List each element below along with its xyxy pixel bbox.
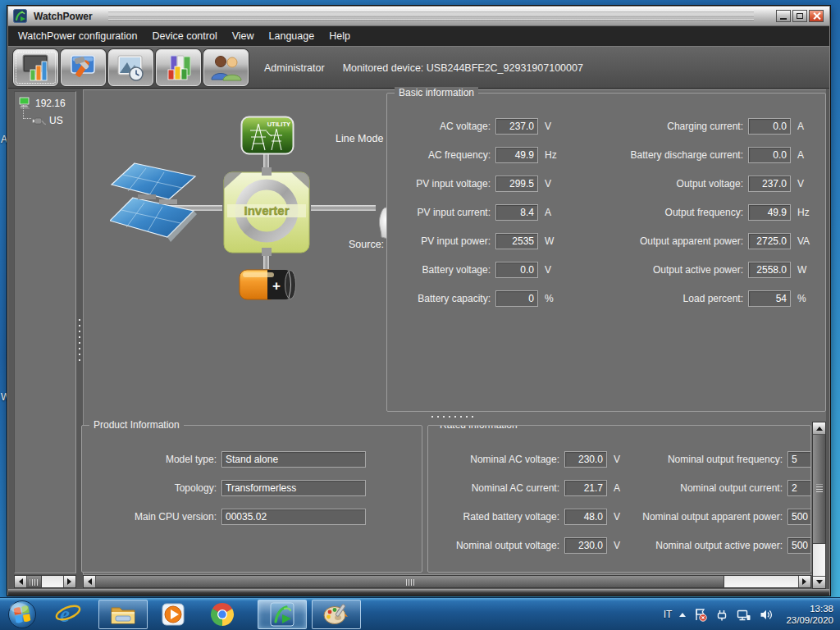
paint-icon xyxy=(322,602,350,627)
pv-input-current-value[interactable]: 8.4 xyxy=(495,204,538,221)
pv-input-voltage-value[interactable]: 299.5 xyxy=(495,176,538,192)
topology-value[interactable]: Transformerless xyxy=(221,480,366,496)
pipe-inverter-to-load xyxy=(310,204,377,212)
paint-button[interactable] xyxy=(312,600,361,629)
scrollbar-track[interactable] xyxy=(813,544,825,576)
taskbar: e xyxy=(0,597,840,630)
start-button[interactable] xyxy=(5,600,39,629)
field-label: Nominal output frequency: xyxy=(622,454,783,465)
main-scrollbar-thumb[interactable] xyxy=(96,576,724,587)
watchpower-taskbar-button[interactable] xyxy=(258,600,307,629)
vertical-scrollbar-thumb[interactable] xyxy=(813,435,825,544)
field-label: Rated battery voltage: xyxy=(430,511,559,523)
charging-current-value[interactable]: 0.0 xyxy=(748,118,791,135)
nominal-ac-current-value[interactable]: 21.7 xyxy=(564,480,607,496)
language-indicator[interactable]: IT xyxy=(664,609,673,620)
field-unit: A xyxy=(797,121,804,132)
show-hidden-icons-button[interactable] xyxy=(679,609,686,617)
output-active-power-value[interactable]: 2558.0 xyxy=(748,262,791,278)
battery-discharge-current-value[interactable]: 0.0 xyxy=(748,147,791,163)
output-voltage-value[interactable]: 237.0 xyxy=(748,176,791,192)
field-unit: V xyxy=(545,178,551,189)
scroll-left-button[interactable] xyxy=(15,576,27,587)
vertical-scrollbar[interactable] xyxy=(812,422,826,589)
power-plug-icon[interactable] xyxy=(715,608,728,622)
load-percent-value[interactable]: 54 xyxy=(748,290,791,307)
group-title: Rated information xyxy=(436,425,522,431)
vertical-splitter-handle[interactable] xyxy=(79,319,80,362)
scroll-right-button[interactable] xyxy=(798,576,810,587)
main-cpu-version-value[interactable]: 00035.02 xyxy=(221,509,366,525)
nominal-ac-voltage-value[interactable]: 230.0 xyxy=(564,451,607,468)
data-log-button[interactable] xyxy=(108,49,153,86)
field-label: PV input current: xyxy=(390,207,491,218)
scroll-right-button[interactable] xyxy=(63,576,75,587)
product-information-group: Product Information Model type:Stand alo… xyxy=(81,425,422,573)
scrollbar-track[interactable] xyxy=(42,576,63,587)
internet-explorer-button[interactable]: e xyxy=(51,600,85,629)
model-type-value[interactable]: Stand alone xyxy=(221,451,366,468)
battery-voltage-value[interactable]: 0.0 xyxy=(495,262,538,278)
field-label: Nominal output current: xyxy=(622,482,783,494)
ac-frequency-value[interactable]: 49.9 xyxy=(495,147,538,163)
tree-item-device[interactable]: US xyxy=(32,115,63,126)
system-tray: IT 13:38 23/09/2020 xyxy=(664,598,837,630)
nominal-output-voltage-value[interactable]: 230.0 xyxy=(564,537,607,554)
output-frequency-value[interactable]: 49.9 xyxy=(748,204,791,221)
monitoring-button[interactable] xyxy=(13,49,58,86)
title-bar[interactable]: WatchPower xyxy=(8,7,829,26)
menu-view[interactable]: View xyxy=(225,26,262,46)
rated-battery-voltage-value[interactable]: 48.0 xyxy=(564,509,607,525)
battery-icon: + xyxy=(238,267,299,303)
utility-label: UTILITY xyxy=(267,121,290,128)
action-center-flag-icon[interactable] xyxy=(693,608,708,622)
menu-device-control[interactable]: Device control xyxy=(144,26,224,46)
main-horizontal-scrollbar[interactable] xyxy=(83,575,811,588)
network-icon[interactable] xyxy=(736,608,751,622)
data-records-button[interactable] xyxy=(156,49,201,86)
scrollbar-track[interactable] xyxy=(724,576,798,587)
nominal-output-active-power-value[interactable]: 500 xyxy=(788,537,811,554)
nominal-output-apparent-power-value[interactable]: 500 xyxy=(788,509,811,525)
output-apparent-power-value[interactable]: 2725.0 xyxy=(748,233,791,249)
tree-scrollbar-thumb[interactable] xyxy=(27,576,42,587)
field-unit: V xyxy=(545,121,551,132)
windows-start-icon xyxy=(7,600,37,629)
scroll-up-button[interactable] xyxy=(813,422,825,435)
nominal-output-current-value[interactable]: 2 xyxy=(788,480,811,496)
nominal-output-frequency-value[interactable]: 5 xyxy=(788,451,811,468)
maximize-button[interactable] xyxy=(792,10,807,22)
clock[interactable]: 13:38 23/09/2020 xyxy=(786,603,833,626)
tree-horizontal-scrollbar[interactable] xyxy=(14,575,76,588)
menu-help[interactable]: Help xyxy=(322,26,358,46)
scroll-down-button[interactable] xyxy=(813,576,825,588)
pv-input-power-value[interactable]: 2535 xyxy=(495,233,538,249)
window-title: WatchPower xyxy=(34,11,93,22)
menu-watchpower-configuration[interactable]: WatchPower configuration xyxy=(11,26,144,46)
watchpower-icon xyxy=(269,601,295,628)
menu-language[interactable]: Language xyxy=(262,26,322,46)
logged-in-user: Administrator xyxy=(264,62,325,74)
scroll-left-button[interactable] xyxy=(84,576,96,587)
monitored-device: Monitored device: USB244BFE2C_9293190710… xyxy=(343,62,583,74)
field-label: Charging current: xyxy=(569,121,743,132)
user-management-button[interactable] xyxy=(203,49,249,86)
arrow-up-icon xyxy=(816,423,823,431)
parameter-setting-button[interactable] xyxy=(61,49,106,86)
field-unit: V xyxy=(614,540,620,551)
ac-voltage-value[interactable]: 237.0 xyxy=(495,118,538,135)
field-unit: Hz xyxy=(545,149,557,161)
field-unit: Hz xyxy=(797,207,810,218)
internet-explorer-icon: e xyxy=(54,601,82,628)
horizontal-splitter-handle[interactable] xyxy=(431,416,474,418)
maximize-icon xyxy=(797,13,803,19)
media-player-button[interactable] xyxy=(156,600,190,629)
tree-connector xyxy=(23,105,31,119)
volume-icon[interactable] xyxy=(759,608,774,622)
windows-explorer-button[interactable] xyxy=(98,600,148,629)
battery-capacity-value[interactable]: 0 xyxy=(495,290,538,307)
window-tools-icon xyxy=(68,53,99,83)
close-button[interactable] xyxy=(809,10,824,22)
chrome-button[interactable] xyxy=(205,600,240,629)
minimize-button[interactable] xyxy=(776,10,791,22)
